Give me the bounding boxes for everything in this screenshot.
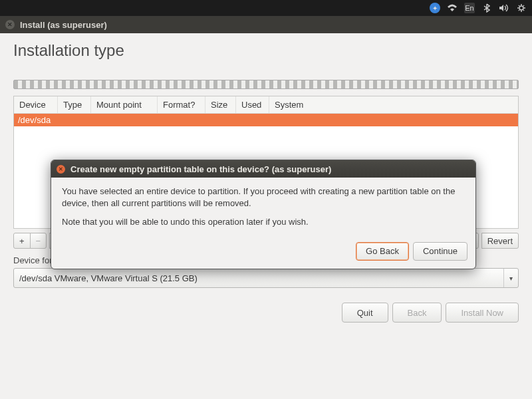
bootloader-device-select[interactable]: /dev/sda VMware, VMware Virtual S (21.5 … xyxy=(13,268,519,288)
svg-point-0 xyxy=(519,6,523,10)
col-mountpoint[interactable]: Mount point xyxy=(91,96,158,113)
disk-allocation-bar xyxy=(13,80,519,89)
volume-icon[interactable] xyxy=(499,3,509,13)
dialog-titlebar: ✕ Create new empty partition table on th… xyxy=(51,160,475,178)
col-format[interactable]: Format? xyxy=(158,96,205,113)
install-now-button: Install Now xyxy=(446,303,519,323)
window-close-icon[interactable]: ✕ xyxy=(5,20,15,29)
window-titlebar: ✕ Install (as superuser) xyxy=(0,16,532,33)
table-row-selected[interactable]: /dev/sda xyxy=(14,114,518,126)
col-system[interactable]: System xyxy=(269,96,518,113)
quit-button[interactable]: Quit xyxy=(342,303,388,323)
language-indicator[interactable]: En xyxy=(464,3,475,13)
dialog-title-text: Create new empty partition table on this… xyxy=(70,164,331,174)
system-topbar: ✦ En xyxy=(0,0,532,16)
page-title: Installation type xyxy=(13,41,519,60)
bluetooth-icon[interactable] xyxy=(481,3,492,13)
table-header-row: Device Type Mount point Format? Size Use… xyxy=(14,96,518,114)
col-device[interactable]: Device xyxy=(14,96,58,113)
wizard-footer: Quit Back Install Now xyxy=(13,303,519,323)
go-back-button[interactable]: Go Back xyxy=(356,242,409,261)
settings-gear-icon[interactable] xyxy=(516,3,527,13)
accessibility-icon[interactable]: ✦ xyxy=(430,3,440,13)
dialog-paragraph-1: You have selected an entire device to pa… xyxy=(62,186,465,209)
revert-button[interactable]: Revert xyxy=(481,233,519,249)
back-button: Back xyxy=(392,303,442,323)
chevron-down-icon: ▾ xyxy=(503,269,513,287)
dialog-close-icon[interactable]: ✕ xyxy=(57,165,65,174)
col-size[interactable]: Size xyxy=(205,96,236,113)
col-type[interactable]: Type xyxy=(58,96,91,113)
dialog-actions: Go Back Continue xyxy=(51,237,475,269)
continue-button[interactable]: Continue xyxy=(413,242,467,261)
confirm-dialog: ✕ Create new empty partition table on th… xyxy=(51,160,476,269)
window-title-text: Install (as superuser) xyxy=(20,20,107,30)
remove-partition-button: − xyxy=(30,233,47,249)
dialog-paragraph-2: Note that you will be able to undo this … xyxy=(62,216,465,228)
bootloader-selected-value: /dev/sda VMware, VMware Virtual S (21.5 … xyxy=(19,273,198,283)
dialog-body: You have selected an entire device to pa… xyxy=(51,178,475,237)
wifi-icon[interactable] xyxy=(447,3,458,13)
col-used[interactable]: Used xyxy=(236,96,269,113)
add-partition-button[interactable]: + xyxy=(13,233,31,249)
